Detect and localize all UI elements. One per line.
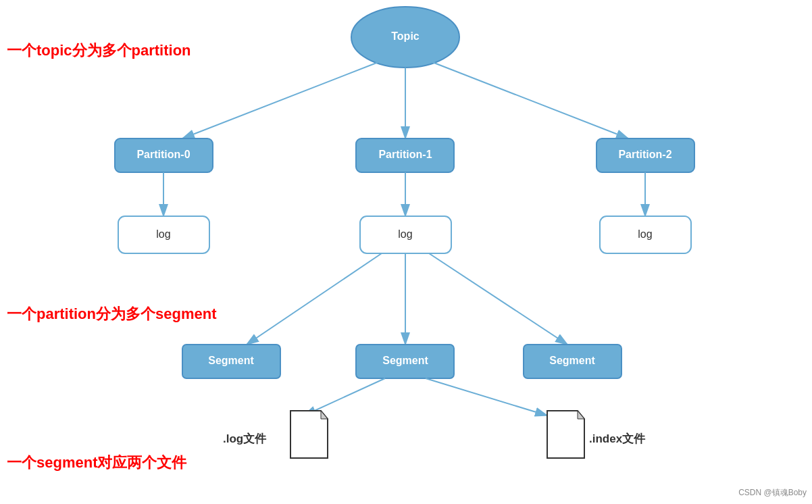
main-diagram: Topic Partition-0 Partition-1 Partition-… xyxy=(0,0,812,504)
topic-label: Topic xyxy=(391,30,420,42)
index-file-label: .index文件 xyxy=(589,432,646,445)
partition0-label: Partition-0 xyxy=(136,149,190,160)
log-file-label: .log文件 xyxy=(223,432,267,445)
log2-label: log xyxy=(638,228,652,240)
line-topic-partition2 xyxy=(432,62,628,138)
diagram-container: 一个topic分为多个partition 一个partition分为多个segm… xyxy=(0,0,812,504)
segment-mid-label: Segment xyxy=(382,355,428,366)
line-segment-to-log-file xyxy=(304,378,385,415)
index-file-icon xyxy=(547,411,584,458)
svg-marker-2 xyxy=(321,411,328,419)
line-topic-partition0 xyxy=(182,62,378,138)
line-segment-to-index-file xyxy=(426,378,547,415)
line-log1-segment-right xyxy=(429,253,567,345)
segment-right-label: Segment xyxy=(549,355,595,366)
line-log1-segment-left xyxy=(247,253,382,345)
segment-left-label: Segment xyxy=(208,355,254,366)
partition2-label: Partition-2 xyxy=(618,149,671,160)
log0-label: log xyxy=(156,228,170,240)
log-file-icon xyxy=(290,411,328,458)
svg-marker-4 xyxy=(578,411,584,419)
log1-label: log xyxy=(398,228,412,240)
watermark: CSDN @镇魂Boby xyxy=(738,487,807,499)
partition1-label: Partition-1 xyxy=(378,149,432,160)
